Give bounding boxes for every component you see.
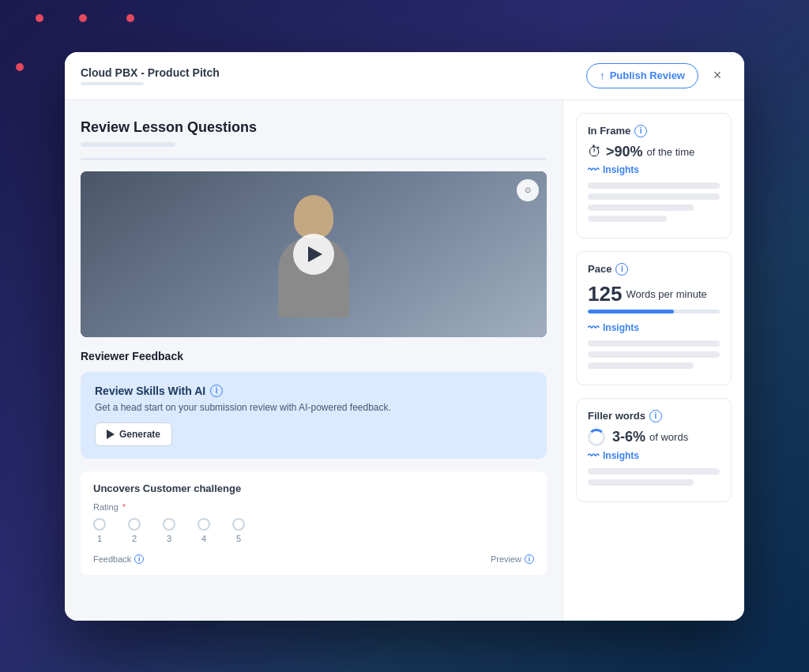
header-actions: Publish Review × — [586, 63, 728, 88]
video-player[interactable]: ⊙ — [81, 171, 547, 337]
modal-title-area: Cloud PBX - Product Pitch — [81, 66, 220, 85]
in-frame-value: ⏱ >90% of the time — [588, 144, 720, 160]
pace-skeleton-3 — [588, 362, 694, 369]
in-frame-section: In Frame i ⏱ >90% of the time 〰 Insights — [576, 113, 732, 238]
rating-option-1[interactable]: 1 — [93, 518, 106, 543]
skeleton-4 — [588, 216, 667, 222]
rating-number-1: 1 — [97, 534, 102, 543]
video-corner-button[interactable]: ⊙ — [517, 179, 539, 201]
feedback-info-icon: i — [134, 554, 144, 564]
pace-insights-link[interactable]: 〰 Insights — [588, 321, 720, 334]
rating-number-5: 5 — [236, 534, 241, 543]
filler-zigzag-icon: 〰 — [588, 449, 599, 462]
rating-option-3[interactable]: 3 — [163, 518, 175, 543]
filler-insights-link[interactable]: 〰 Insights — [588, 449, 720, 462]
filler-skeleton-1 — [588, 468, 720, 475]
filler-words-title: Filler words i — [588, 410, 720, 422]
generate-button[interactable]: Generate — [95, 422, 172, 446]
section-subtitle-bar — [81, 142, 175, 147]
generate-btn-label: Generate — [119, 429, 160, 440]
rating-circle-2[interactable] — [128, 518, 141, 531]
pace-zigzag-icon: 〰 — [588, 321, 599, 334]
rating-circle-3[interactable] — [163, 518, 175, 531]
in-frame-zigzag-icon: 〰 — [588, 163, 599, 176]
ai-review-panel: Review Skills With AI i Get a head start… — [81, 372, 547, 459]
filler-skeleton-2 — [588, 479, 694, 486]
rating-number-3: 3 — [167, 534, 171, 543]
filler-words-section: Filler words i 3-6% of words 〰 Insights — [576, 398, 732, 502]
in-frame-title: In Frame i — [588, 125, 720, 137]
rating-option-2[interactable]: 2 — [128, 518, 141, 543]
section-title: Review Lesson Questions — [81, 119, 547, 136]
decorative-dot-2 — [79, 14, 87, 22]
decorative-dot-3 — [126, 14, 134, 22]
rating-number-2: 2 — [132, 534, 137, 543]
pace-info-icon: i — [615, 263, 628, 276]
pace-skeleton-2 — [588, 351, 720, 358]
pace-title: Pace i — [588, 263, 720, 276]
rating-option-4[interactable]: 4 — [198, 518, 210, 543]
skeleton-2 — [588, 193, 720, 200]
rating-label: Rating * — [93, 502, 534, 512]
reviewer-feedback-label: Reviewer Feedback — [81, 350, 547, 362]
publish-review-button[interactable]: Publish Review — [586, 63, 698, 88]
modal-header: Cloud PBX - Product Pitch Publish Review… — [65, 52, 744, 100]
in-frame-info-icon: i — [634, 125, 647, 137]
filler-info-icon: i — [649, 410, 662, 422]
modal-progress-bar — [81, 82, 144, 85]
feedback-label: Feedback i — [93, 554, 144, 564]
rating-circle-4[interactable] — [198, 518, 210, 531]
main-modal: Cloud PBX - Product Pitch Publish Review… — [65, 52, 744, 621]
right-panel: In Frame i ⏱ >90% of the time 〰 Insights — [563, 100, 744, 621]
preview-label: Preview i — [491, 554, 534, 564]
modal-body: Review Lesson Questions ⊙ Reviewer Feedb… — [65, 100, 744, 621]
rating-circle-5[interactable] — [232, 518, 245, 531]
play-icon — [308, 246, 322, 262]
modal-title: Cloud PBX - Product Pitch — [81, 66, 220, 79]
filler-words-value: 3-6% of words — [588, 429, 720, 446]
ai-review-title: Review Skills With AI i — [95, 385, 532, 397]
ai-info-icon: i — [210, 385, 223, 397]
pace-bar-fill — [588, 310, 674, 313]
decorative-dot-1 — [36, 14, 43, 22]
rating-option-5[interactable]: 5 — [232, 518, 245, 543]
generate-play-icon — [107, 430, 115, 439]
pace-bar-container — [588, 310, 720, 313]
play-button[interactable] — [293, 234, 334, 275]
skeleton-1 — [588, 182, 720, 189]
card-footer: Feedback i Preview i — [93, 554, 534, 564]
question-card: Uncovers Customer challenge Rating * 1 2 — [81, 471, 547, 575]
ai-review-description: Get a head start on your submission revi… — [95, 402, 532, 413]
required-star: * — [122, 502, 126, 512]
pace-section: Pace i 125 Words per minute 〰 Insights — [576, 251, 732, 385]
pace-value: 125 Words per minute — [588, 282, 720, 306]
progress-line — [81, 158, 547, 160]
pace-skeleton-1 — [588, 340, 720, 347]
in-frame-insights-link[interactable]: 〰 Insights — [588, 163, 720, 176]
question-title: Uncovers Customer challenge — [93, 482, 534, 494]
filler-loading-icon — [588, 429, 605, 446]
left-panel: Review Lesson Questions ⊙ Reviewer Feedb… — [65, 100, 563, 621]
preview-info-icon: i — [525, 554, 534, 564]
rating-row: 1 2 3 4 5 — [93, 518, 534, 543]
decorative-dot-4 — [16, 63, 24, 71]
rating-circle-1[interactable] — [93, 518, 106, 531]
rating-number-4: 4 — [201, 534, 206, 543]
skeleton-3 — [588, 205, 694, 211]
close-button[interactable]: × — [706, 65, 728, 87]
person-head — [294, 195, 333, 238]
ai-review-title-text: Review Skills With AI — [95, 385, 205, 397]
